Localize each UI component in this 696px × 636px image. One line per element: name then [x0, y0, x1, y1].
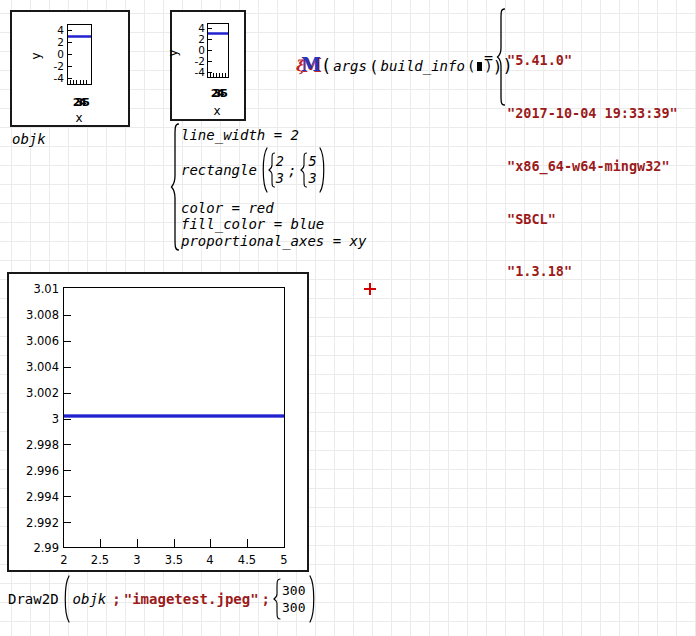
equals-sign: =	[484, 49, 493, 67]
x-tick-label: 2	[49, 553, 79, 567]
y-tick-label: -4	[30, 72, 64, 84]
x-tick-label: 2.5	[85, 553, 115, 567]
y-tick-label: 2	[30, 36, 64, 48]
vector-value: 2	[276, 153, 284, 170]
vector-value: 5	[308, 153, 316, 170]
empty-argument-placeholder[interactable]	[477, 62, 482, 71]
draw2d-expression[interactable]: Draw2D objk ; "imagetest.jpeg" ; 300 300	[8, 574, 317, 624]
result-lisp-name: "SBCL"	[507, 211, 678, 229]
y-tick-label: 2.994	[11, 490, 59, 504]
maxima-build-info-expression[interactable]: ξ M ( args ( build_info ( ) ) )	[295, 52, 513, 80]
tick-mark	[68, 30, 72, 31]
function-draw2d: Draw2D	[8, 591, 59, 607]
param-fill-color[interactable]: fill_color = blue	[181, 216, 324, 232]
tick-mark	[80, 80, 81, 84]
argument-separator: ;	[262, 591, 270, 607]
y-tick-label: 3.002	[11, 386, 59, 400]
worksheet-canvas[interactable]: { "chart_data": [ { "type": "line", "con…	[0, 0, 696, 636]
build-info-results[interactable]: "5.41.0" "2017-10-04 19:33:39" "x86_64-w…	[507, 17, 678, 299]
argument-filename: "imagetest.jpeg"	[124, 591, 259, 607]
y-tick-label: -4	[174, 66, 205, 78]
tick-mark	[208, 28, 212, 29]
x-axis-label: x	[52, 111, 106, 125]
tick-mark	[219, 73, 220, 77]
tick-mark	[68, 54, 72, 55]
close-paren-shape	[309, 575, 317, 623]
x-tick-label: 3	[122, 553, 152, 567]
function-build-info: build_info	[381, 58, 465, 74]
curly-brace-vector	[268, 152, 276, 188]
tick-mark	[68, 66, 72, 67]
tick-mark	[64, 419, 71, 420]
param-proportional-axes[interactable]: proportional_axes = xy	[181, 233, 366, 249]
tick-mark	[216, 73, 217, 77]
tick-mark	[64, 496, 71, 497]
tick-mark	[225, 73, 226, 77]
tick-mark	[68, 78, 72, 79]
function-args: args	[333, 58, 367, 74]
insertion-cursor-crosshair	[364, 283, 376, 295]
x-axis-label: x	[190, 104, 244, 118]
y-tick-label: 2.992	[11, 516, 59, 530]
tick-mark	[64, 444, 71, 445]
y-tick-label: 0	[30, 48, 64, 60]
y-tick-label: 2.996	[11, 464, 59, 478]
x-tick-labels-overlapped: 2345	[52, 96, 106, 109]
y-tick-label: 3.008	[11, 308, 59, 322]
curly-brace-results	[496, 8, 506, 106]
param-rectangle[interactable]: rectangle 2 3 ; 5 3	[181, 146, 327, 194]
tick-mark	[210, 539, 211, 547]
open-paren: (	[369, 57, 379, 76]
plot-thumbnail-2[interactable]: y 4 2 0 -2 -4 2345 x	[170, 10, 246, 121]
result-host: "x86_64-w64-mingw32"	[507, 158, 678, 176]
function-rectangle: rectangle	[181, 162, 257, 178]
tick-mark	[222, 73, 223, 77]
result-version: "5.41.0"	[507, 52, 678, 70]
tick-mark	[137, 539, 138, 547]
tick-mark	[247, 539, 248, 547]
tick-mark	[73, 80, 74, 84]
param-line-width[interactable]: line_width = 2	[181, 127, 299, 143]
size-height: 300	[282, 599, 305, 616]
argument-separator: ;	[112, 591, 120, 607]
tick-mark	[64, 470, 71, 471]
x-tick-labels-overlapped: 2345	[190, 87, 244, 100]
argument-separator: ;	[288, 162, 296, 178]
x-tick-label: 3.5	[159, 553, 189, 567]
result-lisp-version: "1.3.18"	[507, 263, 678, 281]
open-paren-shape	[260, 147, 268, 193]
y-tick-label: 2.998	[11, 438, 59, 452]
tick-mark	[100, 539, 101, 547]
vector-value: 3	[276, 170, 284, 187]
tick-mark	[213, 73, 214, 77]
tick-mark	[70, 80, 71, 84]
plot-line-y3	[208, 32, 228, 35]
open-paren: (	[321, 56, 331, 76]
open-paren: (	[467, 58, 475, 74]
tick-mark	[86, 80, 87, 84]
maxima-logo-icon: ξ M	[295, 55, 317, 77]
y-tick-label: -2	[30, 60, 64, 72]
curly-brace-vector	[273, 578, 282, 620]
tick-mark	[208, 39, 212, 40]
result-timestamp: "2017-10-04 19:33:39"	[507, 105, 678, 123]
curly-brace-params	[170, 123, 180, 251]
param-color[interactable]: color = red	[181, 200, 274, 216]
tick-mark	[64, 522, 71, 523]
y-tick-label: 4	[30, 24, 64, 36]
size-width: 300	[282, 582, 305, 599]
close-paren-shape	[319, 147, 327, 193]
argument-objk: objk	[73, 591, 107, 607]
vector-value: 3	[308, 170, 316, 187]
y-tick-label: 3	[11, 412, 59, 426]
y-tick-label: 3.006	[11, 334, 59, 348]
variable-label-objk[interactable]: objk	[12, 131, 46, 147]
y-tick-label: 3.004	[11, 360, 59, 374]
tick-mark	[64, 367, 71, 368]
plot-line-y3	[68, 35, 91, 38]
plot-thumbnail-1[interactable]: y 4 2 0 -2 -4 2345 x	[10, 10, 130, 127]
x-tick-label: 5	[269, 553, 299, 567]
y-tick-label: 3.01	[11, 282, 59, 296]
x-tick-label: 4	[195, 553, 225, 567]
main-plot-region[interactable]: 3.01 3.008 3.006 3.004 3.002 3 2.998 2.9…	[7, 272, 309, 572]
